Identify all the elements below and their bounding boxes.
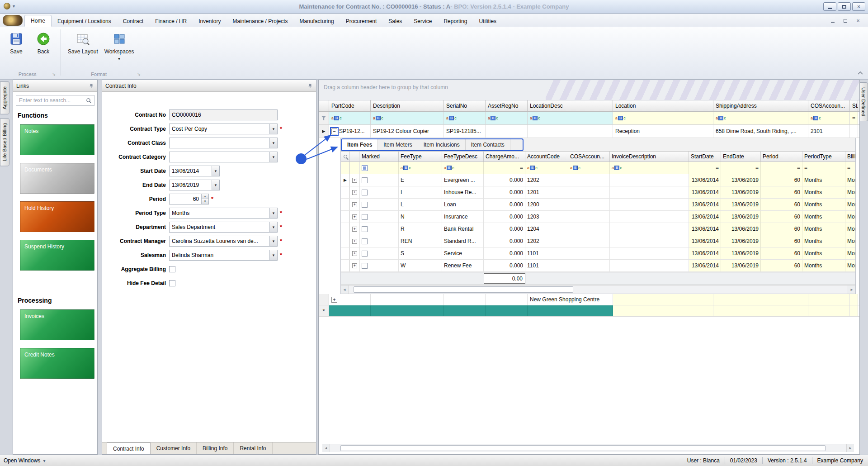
contract-class-field[interactable]: ▾ xyxy=(169,138,278,148)
detail-column-header-startdate[interactable]: StartDate xyxy=(689,152,721,162)
detail-filter-cell-accountcode[interactable]: aBc xyxy=(525,162,568,174)
cell-cosaccoun[interactable] xyxy=(808,294,850,305)
detail-filter-cell-feetype[interactable]: aBc xyxy=(399,162,442,174)
expand-row-button[interactable]: + xyxy=(352,263,357,268)
detail-cell-feetypedesc[interactable]: Bank Rental xyxy=(442,223,484,235)
cell-locationdesc[interactable]: New Green Shopping Centre xyxy=(528,294,613,305)
detail-cell-invoicedescription[interactable] xyxy=(610,235,689,247)
spinner-buttons[interactable]: ▴▾ xyxy=(201,194,208,204)
detail-cell-accountcode[interactable]: 1200 xyxy=(525,199,568,210)
fee-row-e[interactable]: ▶+EEvergreen ...0.000120213/06/201413/06… xyxy=(341,174,855,186)
detail-cell-feetypedesc[interactable]: Evergreen ... xyxy=(442,174,484,186)
detail-cell-enddate[interactable]: 13/06/2019 xyxy=(721,235,761,247)
detail-cell-invoicedescription[interactable] xyxy=(610,174,689,186)
detail-tab-item-fees[interactable]: Item Fees xyxy=(342,139,378,150)
detail-cell-cosaccoun[interactable] xyxy=(568,235,610,247)
period-type-field[interactable]: Months▾ xyxy=(169,208,278,219)
detail-tab-item-contacts[interactable]: Item Contacts xyxy=(466,139,510,150)
expand-row-button[interactable]: + xyxy=(352,202,357,207)
detail-cell-enddate[interactable]: 13/06/2019 xyxy=(721,186,761,198)
ribbon-tab-contract[interactable]: Contract xyxy=(117,16,149,27)
detail-cell-chargeamo[interactable]: 0.000 xyxy=(484,174,525,186)
fee-row-r[interactable]: +RBank Rental0.000120413/06/201413/06/20… xyxy=(341,223,855,235)
detail-cell-periodtype[interactable]: Months xyxy=(802,199,845,210)
marked-checkbox[interactable] xyxy=(362,214,368,220)
ribbon-tab-sales[interactable]: Sales xyxy=(382,16,408,27)
detail-cell-marked[interactable] xyxy=(360,174,399,186)
edge-tab-user-defined[interactable]: User Defined xyxy=(859,82,868,121)
dropdown-caret-icon[interactable]: ▾ xyxy=(269,250,277,260)
workspaces-button[interactable]: Workspaces ▾ xyxy=(101,29,137,61)
filter-cell-location[interactable]: aBc xyxy=(613,112,713,124)
column-header-assetregno[interactable]: AssetRegNo xyxy=(486,100,528,111)
detail-cell-period[interactable]: 60 xyxy=(761,247,802,259)
mdi-restore-button[interactable] xyxy=(841,17,850,24)
detail-cell-periodtype[interactable]: Months xyxy=(802,235,845,247)
detail-cell-enddate[interactable]: 13/06/2019 xyxy=(721,199,761,210)
save-button[interactable]: Save xyxy=(3,29,30,55)
detail-cell-invoicedescription[interactable] xyxy=(610,247,689,259)
detail-cell-periodtype[interactable]: Months xyxy=(802,260,845,271)
cell-cosaccoun[interactable]: 2101 xyxy=(808,125,850,138)
detail-cell-accountcode[interactable]: 1101 xyxy=(525,247,568,259)
new-cell-serialno[interactable] xyxy=(444,305,486,316)
new-cell-sl[interactable] xyxy=(850,305,858,316)
scroll-left-icon[interactable]: ◄ xyxy=(322,444,330,452)
marked-checkbox[interactable] xyxy=(362,202,368,208)
contract-bottom-tab-contract-info[interactable]: Contract Info xyxy=(107,442,151,454)
contract-bottom-tab-billing-info[interactable]: Billing Info xyxy=(197,442,234,454)
column-header-description[interactable]: Description xyxy=(371,100,444,111)
filter-cell-locationdesc[interactable]: aBc xyxy=(528,112,613,124)
detail-cell-period[interactable]: 60 xyxy=(761,199,802,210)
fee-row-i[interactable]: +IInhouse Re...0.000120113/06/201413/06/… xyxy=(341,186,855,199)
contract-type-field[interactable]: Cost Per Copy▾ xyxy=(169,124,278,134)
marked-checkbox[interactable] xyxy=(362,190,368,195)
new-cell-partcode[interactable] xyxy=(329,305,371,316)
expand-row-button[interactable]: + xyxy=(352,190,357,195)
detail-column-header-chargeamo[interactable]: ChargeAmo... xyxy=(484,152,525,162)
detail-cell-feetypedesc[interactable]: Standard R... xyxy=(442,235,484,247)
marked-checkbox[interactable] xyxy=(362,251,368,257)
expand-row-button[interactable]: + xyxy=(352,178,357,183)
detail-cell-feetypedesc[interactable]: Renew Fee xyxy=(442,260,484,271)
detail-cell-cosaccoun[interactable] xyxy=(568,223,610,235)
mdi-close-button[interactable]: × xyxy=(854,17,863,24)
fee-row-w[interactable]: +WRenew Fee0.000110113/06/201413/06/2019… xyxy=(341,260,855,272)
detail-filter-cell-marked[interactable] xyxy=(360,162,399,174)
dropdown-caret-icon[interactable]: ▾ xyxy=(269,236,277,246)
cell-locationdesc[interactable] xyxy=(528,125,613,138)
detail-cell-period[interactable]: 60 xyxy=(761,186,802,198)
save-layout-button[interactable]: Save Layout xyxy=(65,29,101,55)
new-cell-assetregno[interactable] xyxy=(486,305,528,316)
detail-filter-cell-period[interactable]: = xyxy=(761,162,802,174)
cell-location[interactable]: Reception xyxy=(613,125,713,138)
salesman-field[interactable]: Belinda Sharman▾ xyxy=(169,250,278,261)
detail-cell-feetype[interactable]: I xyxy=(399,186,442,198)
detail-cell-startdate[interactable]: 13/06/2014 xyxy=(689,211,721,223)
pin-icon[interactable] xyxy=(89,83,94,89)
detail-cell-feetype[interactable]: R xyxy=(399,223,442,235)
cell-shippingaddress[interactable]: 658 Dime Road, South Riding, ,... xyxy=(713,125,808,138)
quick-access-caret-icon[interactable]: ▾ xyxy=(13,4,15,9)
detail-cell-feetypedesc[interactable]: Inhouse Re... xyxy=(442,186,484,198)
new-cell-cosaccoun[interactable] xyxy=(808,305,850,316)
detail-tab-item-inclusions[interactable]: Item Inclusions xyxy=(418,139,466,150)
detail-filter-cell-cosaccoun[interactable]: aBc xyxy=(568,162,610,174)
detail-tab-item-meters[interactable]: Item Meters xyxy=(378,139,418,150)
detail-cell-billing[interactable]: Mont xyxy=(845,247,856,259)
link-button-notes[interactable]: Notes xyxy=(20,124,94,155)
cell-assetregno[interactable] xyxy=(486,294,528,305)
cell-serialno[interactable]: SP19-12185... xyxy=(444,125,486,138)
detail-filter-cell-startdate[interactable]: = xyxy=(689,162,721,174)
marked-checkbox[interactable] xyxy=(362,238,368,244)
dialog-launcher-icon[interactable]: ↘ xyxy=(52,72,56,76)
detail-cell-billing[interactable]: Mont xyxy=(845,186,856,198)
scroll-right-icon[interactable]: ► xyxy=(848,285,855,294)
detail-cell-cosaccoun[interactable] xyxy=(568,260,610,271)
detail-cell-startdate[interactable]: 13/06/2014 xyxy=(689,174,721,186)
detail-cell-accountcode[interactable]: 1203 xyxy=(525,211,568,223)
contract-manager-field[interactable]: Carolina Suzzetta Lourens van de...▾ xyxy=(169,236,278,247)
ribbon-tab-service[interactable]: Service xyxy=(408,16,438,27)
ribbon-tab-finance-hr[interactable]: Finance / HR xyxy=(149,16,193,27)
filter-cell-description[interactable]: aBc xyxy=(371,112,444,124)
